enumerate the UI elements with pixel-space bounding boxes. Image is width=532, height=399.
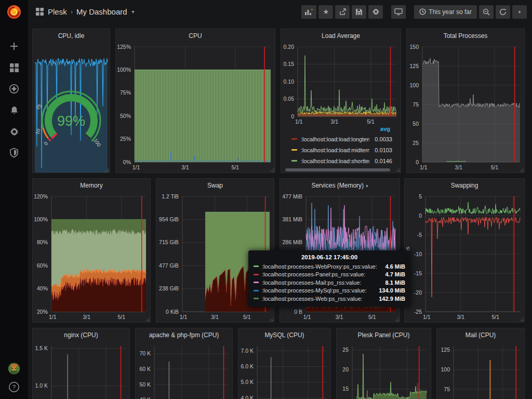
panel-title[interactable]: nginx (CPU) bbox=[33, 328, 129, 342]
plus-icon bbox=[9, 42, 19, 51]
chart[interactable]: 1.5 K1.0 K50001/13/15/1 bbox=[33, 342, 129, 399]
sidebar-item-server-admin[interactable] bbox=[5, 146, 23, 159]
help-button[interactable]: ? bbox=[5, 380, 23, 394]
panel-title[interactable]: Swap bbox=[156, 179, 274, 192]
panel-title[interactable]: CPU bbox=[116, 29, 275, 43]
chevron-down-icon[interactable]: ▾ bbox=[366, 183, 368, 189]
panel-title[interactable]: Services (Memory)▾ bbox=[280, 179, 400, 192]
panel-title[interactable]: Load Average bbox=[281, 29, 401, 43]
time-range-picker[interactable]: This year so far bbox=[414, 5, 477, 19]
cycle-view-button[interactable] bbox=[391, 5, 406, 19]
breadcrumb-dashboard[interactable]: My Dashboard bbox=[76, 7, 127, 16]
svg-text:100: 100 bbox=[409, 82, 419, 88]
svg-text:954 GiB: 954 GiB bbox=[159, 216, 179, 222]
svg-text:0: 0 bbox=[291, 113, 294, 119]
svg-text:25%: 25% bbox=[120, 136, 131, 142]
save-icon bbox=[355, 8, 363, 16]
chart[interactable]: 00.050.100.150.201/13/15/1 bbox=[281, 43, 401, 127]
legend-sort-avg[interactable]: avg bbox=[284, 124, 397, 134]
legend-row[interactable]: :localhost:load:load:shortterm0.0146 bbox=[284, 155, 397, 166]
svg-text:-20: -20 bbox=[414, 289, 422, 296]
chevron-down-icon: ▾ bbox=[518, 9, 521, 15]
legend-row[interactable]: :localhost:load:load:midterm0.0103 bbox=[284, 144, 397, 155]
grafana-logo[interactable] bbox=[0, 0, 28, 23]
dashboards-grid-icon bbox=[9, 63, 19, 73]
svg-text:125: 125 bbox=[441, 347, 450, 353]
dashboard-settings-button[interactable] bbox=[368, 5, 383, 19]
add-panel-button[interactable] bbox=[301, 5, 316, 19]
panel-plesk-panel: Plesk Panel (CPU)25201510501/13/15/1 bbox=[336, 328, 431, 399]
chart[interactable]: 02550751001251501/13/15/1 bbox=[407, 43, 524, 172]
panel-title[interactable]: Total Processes bbox=[407, 29, 524, 43]
svg-text:4.0 K: 4.0 K bbox=[241, 395, 254, 399]
svg-text:-25: -25 bbox=[414, 309, 422, 315]
share-dashboard-button[interactable] bbox=[335, 5, 350, 19]
sidebar-item-configuration[interactable] bbox=[5, 125, 23, 138]
panel-title[interactable]: Swapping bbox=[405, 179, 524, 192]
chart[interactable]: 70 K60 K50 K40 K30 K20 K10 K01/13/15/1 bbox=[136, 342, 232, 399]
panel-swapping: Swapping50-5-10-15-20-251/13/15/1pages bbox=[404, 178, 525, 323]
tooltip-series-label: :localhost:processes-MySql:ps_rss:value: bbox=[262, 287, 373, 294]
panel-title[interactable]: MySQL (CPU) bbox=[238, 328, 330, 342]
panel-cpu-idle: CPU, idle0102510099% bbox=[32, 29, 110, 173]
svg-text:0 KiB: 0 KiB bbox=[166, 309, 179, 315]
svg-text:1.0 K: 1.0 K bbox=[35, 382, 48, 389]
panel-title[interactable]: CPU, idle bbox=[33, 29, 110, 43]
star-dashboard-button[interactable]: ★ bbox=[318, 5, 333, 19]
series-color-swatch[interactable] bbox=[291, 149, 297, 151]
tooltip-series-value: 4.6 MiB bbox=[385, 263, 405, 270]
refresh-button[interactable] bbox=[496, 5, 510, 19]
refresh-interval-dropdown[interactable]: ▾ bbox=[512, 5, 527, 19]
chart[interactable]: 20%40%60%80%100%120%1/13/15/1 bbox=[33, 192, 150, 322]
legend-scrollbar[interactable] bbox=[285, 168, 390, 171]
svg-text:80%: 80% bbox=[37, 239, 48, 245]
chart[interactable]: 12510075502501/13/15/1 bbox=[437, 342, 524, 399]
create-button[interactable] bbox=[5, 39, 23, 53]
panel-title[interactable]: Plesk Panel (CPU) bbox=[337, 328, 431, 342]
shield-icon bbox=[9, 148, 19, 158]
chevron-down-icon[interactable]: ▾ bbox=[132, 9, 135, 15]
series-color-swatch bbox=[254, 274, 259, 275]
sidebar-item-explore[interactable] bbox=[5, 82, 23, 96]
svg-text:40 K: 40 K bbox=[139, 396, 151, 399]
chart[interactable]: 25201510501/13/15/1 bbox=[337, 342, 431, 399]
svg-text:7.0 K: 7.0 K bbox=[241, 348, 254, 354]
legend-row[interactable]: :localhost:load:load:longterm0.0033 bbox=[284, 134, 397, 144]
panel-title[interactable]: Mail (CPU) bbox=[437, 328, 524, 342]
sparkline-gauge[interactable]: 0102510099% bbox=[33, 43, 110, 172]
sidebar-item-alerting[interactable] bbox=[5, 103, 23, 117]
panel-cpu: CPU0%25%50%75%100%125%1/13/15/1 bbox=[115, 29, 275, 173]
series-color-swatch[interactable] bbox=[291, 160, 297, 162]
panel-title[interactable]: Memory bbox=[33, 179, 150, 192]
series-color-swatch[interactable] bbox=[291, 138, 297, 140]
tooltip-row: :localhost:processes-Web:ps_rss:value:14… bbox=[254, 295, 405, 303]
svg-text:60%: 60% bbox=[37, 262, 48, 269]
tooltip-series-value: 8.1 MiB bbox=[385, 280, 405, 286]
side-menu: ? bbox=[0, 0, 28, 399]
svg-text:70 K: 70 K bbox=[139, 350, 151, 356]
grafana-flame-icon bbox=[6, 4, 22, 20]
svg-text:0 B: 0 B bbox=[294, 309, 302, 315]
user-avatar[interactable] bbox=[5, 362, 23, 375]
series-label: :localhost:load:load:longterm bbox=[301, 136, 369, 142]
breadcrumb: Plesk › My Dashboard ▾ bbox=[35, 7, 135, 16]
series-color-swatch bbox=[254, 298, 259, 299]
panel-title[interactable]: apache & php-fpm (CPU) bbox=[136, 328, 232, 342]
sidebar-item-dashboards[interactable] bbox=[5, 61, 23, 74]
chart[interactable]: 0%25%50%75%100%125%1/13/15/1 bbox=[116, 43, 275, 172]
add-panel-icon bbox=[304, 8, 313, 16]
svg-text:5/1: 5/1 bbox=[232, 164, 240, 170]
tooltip-series-value: 142.9 MiB bbox=[379, 296, 405, 302]
chart[interactable]: 50-5-10-15-20-251/13/15/1pages bbox=[405, 192, 524, 322]
dashboard-grid-icon[interactable] bbox=[35, 7, 44, 16]
breadcrumb-site[interactable]: Plesk bbox=[48, 7, 67, 16]
panel-memory: Memory20%40%60%80%100%120%1/13/15/1 bbox=[32, 178, 151, 323]
save-dashboard-button[interactable] bbox=[352, 5, 366, 19]
series-label: :localhost:load:load:shortterm bbox=[301, 158, 369, 164]
zoom-out-button[interactable] bbox=[479, 5, 494, 19]
breadcrumb-separator: › bbox=[71, 8, 73, 16]
svg-text:60 K: 60 K bbox=[139, 366, 151, 372]
chart[interactable]: 7.0 K6.0 K5.0 K4.0 K3.0 K2.0 K1.0 K01/13… bbox=[238, 342, 330, 399]
panel-mysql: MySQL (CPU)7.0 K6.0 K5.0 K4.0 K3.0 K2.0 … bbox=[238, 328, 331, 399]
svg-text:238 GiB: 238 GiB bbox=[159, 285, 179, 291]
